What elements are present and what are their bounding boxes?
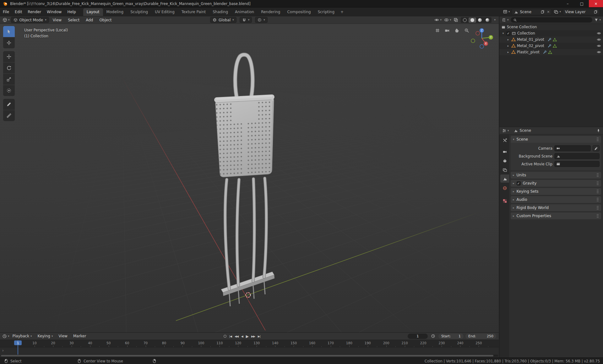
mesh-data-icon[interactable] [548, 50, 552, 54]
tab-texture[interactable] [500, 197, 509, 205]
mode-dropdown[interactable]: Object Mode ▾ [11, 17, 49, 23]
gizmo-minus-y[interactable] [471, 39, 475, 43]
close-button[interactable]: × [589, 0, 603, 7]
tab-modeling[interactable]: Modeling [103, 8, 127, 16]
overlays-toggle[interactable]: ▾ [444, 18, 451, 22]
jump-to-start-button[interactable]: |◀ [229, 335, 232, 338]
tool-scale[interactable] [3, 74, 15, 85]
tab-texture-paint[interactable]: Texture Paint [178, 8, 209, 16]
menu-marker[interactable]: Marker [71, 333, 89, 339]
menu-window[interactable]: Window [44, 8, 64, 16]
panel-grip-icon[interactable] [596, 181, 599, 185]
tab-rendering[interactable]: Rendering [258, 8, 284, 16]
add-workspace-button[interactable]: + [338, 8, 346, 16]
panel-grip-icon[interactable] [596, 137, 599, 142]
menu-keying[interactable]: Keying ▾ [35, 333, 56, 339]
tool-rotate[interactable] [3, 62, 15, 73]
tab-shading[interactable]: Shading [209, 8, 231, 16]
eye-icon[interactable] [597, 50, 601, 54]
panel-units[interactable]: ▸ Units [511, 172, 601, 179]
movie-clip-selector[interactable] [554, 161, 600, 167]
outliner-row-collection[interactable]: ▾ ✓ Collection [499, 30, 603, 36]
menu-view[interactable]: View [50, 17, 64, 23]
tab-sculpting[interactable]: Sculpting [127, 8, 151, 16]
tool-annotate[interactable] [3, 99, 15, 110]
auto-keying-button[interactable] [224, 335, 226, 338]
tab-layout[interactable]: Layout [83, 8, 103, 16]
tab-output[interactable] [500, 157, 509, 165]
outliner-row-object[interactable]: ▸ Plastic_pivot [499, 49, 603, 55]
navigation-gizmo[interactable]: X Y Z [471, 28, 493, 48]
expand-arrow-icon[interactable]: ▸ [506, 38, 510, 41]
menu-edit[interactable]: Edit [12, 8, 25, 16]
panel-gravity[interactable]: ▸ ✓ Gravity [511, 180, 601, 187]
timeline-editor-selector[interactable]: ▾ [2, 334, 9, 339]
next-keyframe-button[interactable]: ▶▶ [251, 335, 255, 338]
object-visibility-dropdown[interactable]: ▾ [434, 18, 442, 22]
grid-ortho-icon[interactable] [435, 28, 440, 33]
timeline-ruler[interactable]: 1020304050607080901001101201301401501601… [0, 340, 499, 347]
play-reverse-button[interactable]: ◀ [241, 335, 243, 338]
panel-scene-header[interactable]: ▾ Scene [511, 136, 601, 143]
tab-view-layer[interactable] [500, 166, 509, 174]
menu-render[interactable]: Render [25, 8, 44, 16]
editor-type-selector[interactable]: ▾ [3, 18, 10, 22]
titlebar[interactable]: Blender* [i:\!!!conv_3\16\Durable_Free_K… [0, 0, 603, 8]
menu-select[interactable]: Select [65, 17, 82, 23]
collection-checkbox[interactable]: ✓ [506, 31, 510, 35]
view-layer-selector[interactable]: View Layer [563, 9, 600, 15]
menu-object[interactable]: Object [97, 17, 114, 23]
minimize-button[interactable]: – [561, 0, 575, 7]
menu-add[interactable]: Add [83, 17, 95, 23]
maximize-button[interactable]: □ [575, 0, 589, 7]
tool-move[interactable] [3, 51, 15, 62]
expand-arrow-icon[interactable]: ▸ [506, 44, 510, 47]
3d-viewport[interactable]: X Y Z User Perspective (Local) (1) Colle… [0, 24, 499, 332]
outliner-row-scene-collection[interactable]: Scene Collection [499, 24, 603, 30]
mesh-data-icon[interactable] [553, 38, 557, 42]
tab-scripting[interactable]: Scripting [314, 8, 338, 16]
zoom-icon[interactable] [464, 28, 470, 33]
tab-uv-editing[interactable]: UV Editing [151, 8, 178, 16]
properties-editor-selector[interactable]: ▾ [502, 128, 509, 133]
current-frame-field[interactable]: 1 [408, 334, 428, 339]
shading-solid-button[interactable] [469, 18, 476, 23]
camera-view-icon[interactable] [444, 28, 450, 33]
menu-playback[interactable]: Playback ▾ [10, 333, 35, 339]
3d-viewport-scene[interactable]: X Y Z [0, 24, 499, 332]
tab-tool[interactable] [500, 136, 509, 144]
tab-world[interactable] [500, 184, 509, 192]
channel-expand-chevron[interactable]: › [2, 348, 4, 353]
proportional-editing-dropdown[interactable]: ▾ [255, 17, 268, 23]
mesh-data-icon[interactable] [553, 44, 557, 48]
gizmo-minus-x[interactable] [476, 31, 480, 35]
use-preview-range-icon[interactable] [431, 334, 435, 338]
tab-render[interactable] [500, 147, 509, 156]
tool-select-box[interactable] [3, 26, 15, 37]
menu-view[interactable]: View [56, 333, 70, 339]
panel-rigid-body-world[interactable]: ▸ Rigid Body World [511, 204, 601, 211]
menu-help[interactable]: Help [64, 8, 79, 16]
unlink-scene-button[interactable]: × [546, 10, 550, 14]
modifier-wrench-icon[interactable] [547, 44, 551, 48]
tab-scene[interactable] [500, 174, 509, 183]
outliner-filter-dropdown[interactable]: ▾ [594, 18, 601, 22]
shading-options-dropdown[interactable]: ▾ [494, 19, 496, 21]
snap-dropdown[interactable]: ▾ [240, 17, 252, 23]
frame-end-field[interactable]: End: 250 [465, 334, 496, 339]
outliner-row-object[interactable]: ▸ Metal_01_pivot [499, 36, 603, 43]
menu-file[interactable]: File [0, 8, 12, 16]
copy-view-layer-icon[interactable] [594, 10, 598, 14]
panel-custom-properties[interactable]: ▸ Custom Properties [511, 212, 601, 219]
frame-start-field[interactable]: Start: 1 [438, 334, 464, 339]
expand-arrow-icon[interactable]: ▸ [506, 51, 510, 54]
modifier-wrench-icon[interactable] [543, 50, 547, 54]
eye-icon[interactable] [597, 37, 601, 42]
tool-transform[interactable] [3, 85, 15, 96]
eye-icon[interactable] [597, 44, 601, 48]
pin-icon[interactable] [596, 129, 600, 133]
panel-keying-sets[interactable]: ▸ Keying Sets [511, 188, 601, 195]
tab-compositing[interactable]: Compositing [284, 8, 314, 16]
eye-icon[interactable] [597, 31, 601, 35]
shading-wireframe-button[interactable] [461, 18, 469, 23]
